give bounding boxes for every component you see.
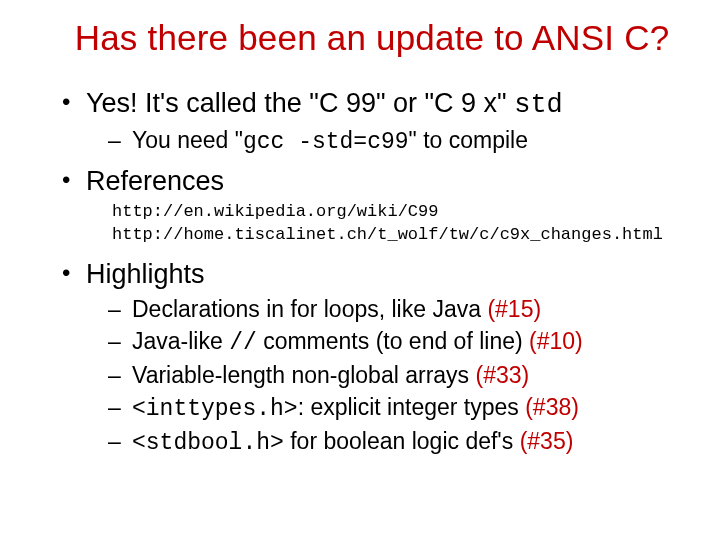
sub-compile: You need "gcc -std=c99" to compile — [86, 125, 684, 158]
text: Declarations in for loops, like Java — [132, 296, 487, 322]
code: std — [514, 90, 563, 120]
ref-link: (#15) — [487, 296, 541, 322]
ref-link: (#10) — [529, 328, 583, 354]
ref-link: (#38) — [525, 394, 579, 420]
text: for boolean logic def's — [284, 428, 520, 454]
ref-link: (#33) — [476, 362, 530, 388]
text: : explicit integer types — [298, 394, 526, 420]
text: References — [86, 166, 224, 196]
code: <inttypes.h> — [132, 396, 298, 422]
highlight-1: Declarations in for loops, like Java (#1… — [86, 294, 684, 325]
highlight-3: Variable-length non-global arrays (#33) — [86, 360, 684, 391]
reference-link-2: http://home.tiscalinet.ch/t_wolf/tw/c/c9… — [112, 224, 684, 247]
text: Highlights — [86, 259, 205, 289]
ref-link: (#35) — [520, 428, 574, 454]
bullet-highlights: Highlights Declarations in for loops, li… — [60, 257, 684, 459]
highlight-5: <stdbool.h> for boolean logic def's (#35… — [86, 426, 684, 459]
highlight-4: <inttypes.h>: explicit integer types (#3… — [86, 392, 684, 425]
bullet-references: References http://en.wikipedia.org/wiki/… — [60, 164, 684, 247]
bullet-yes: Yes! It's called the "C 99" or "C 9 x" s… — [60, 86, 684, 158]
reference-block: http://en.wikipedia.org/wiki/C99 http://… — [86, 201, 684, 247]
code: <stdbool.h> — [132, 430, 284, 456]
text: Java-like — [132, 328, 229, 354]
text: You need " — [132, 127, 243, 153]
slide-title: Has there been an update to ANSI C? — [60, 18, 684, 58]
code: gcc -std=c99 — [243, 129, 409, 155]
text: " to compile — [409, 127, 528, 153]
text: comments (to end of line) — [257, 328, 529, 354]
text: Variable-length non-global arrays — [132, 362, 476, 388]
code: // — [229, 330, 257, 356]
bullet-list: Yes! It's called the "C 99" or "C 9 x" s… — [60, 86, 684, 459]
text: Yes! It's called the "C 99" or "C 9 x" — [86, 88, 514, 118]
highlight-2: Java-like // comments (to end of line) (… — [86, 326, 684, 359]
reference-link-1: http://en.wikipedia.org/wiki/C99 — [112, 201, 684, 224]
